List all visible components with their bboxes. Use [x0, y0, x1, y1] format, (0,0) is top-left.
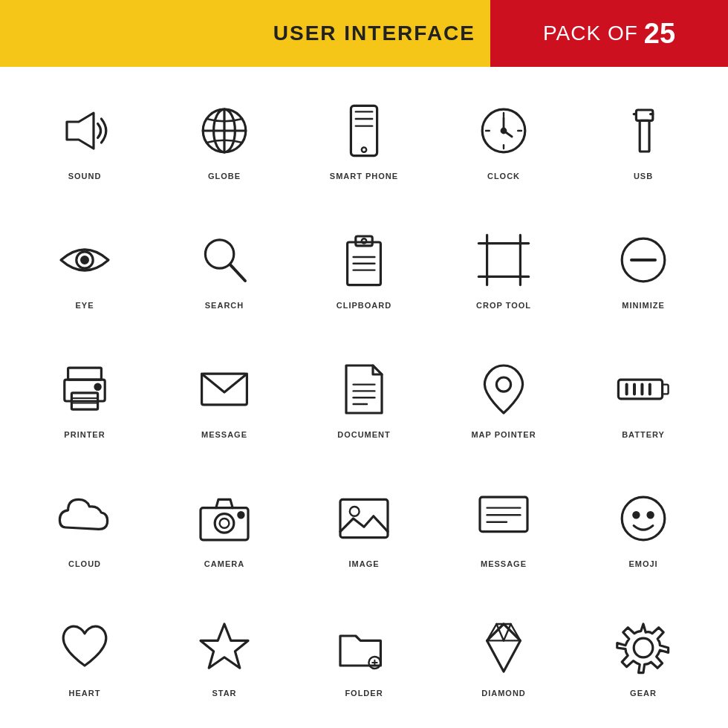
icon-cell-crop: CROP TOOL [434, 204, 573, 333]
icon-cell-cloud: CLOUD [15, 462, 155, 591]
icon-cell-minimize: MINIMIZE [573, 204, 713, 333]
svg-point-64 [238, 513, 243, 517]
sound-icon [51, 97, 118, 164]
gear-icon [610, 614, 677, 681]
document-label: DOCUMENT [337, 430, 391, 439]
svg-point-54 [496, 377, 510, 391]
svg-point-63 [220, 519, 230, 528]
svg-rect-18 [636, 110, 652, 120]
svg-point-62 [215, 514, 234, 533]
image-icon [331, 485, 397, 552]
svg-marker-0 [67, 113, 94, 149]
icon-cell-camera: CAMERA [155, 462, 294, 591]
icon-cell-image: IMAGE [294, 462, 434, 591]
header: USER INTERFACE PACK OF 25 [0, 0, 728, 67]
search-label: SEARCH [205, 301, 244, 310]
icon-cell-printer: PRINTER [15, 333, 155, 462]
svg-point-86 [634, 638, 653, 657]
document-icon [331, 356, 397, 423]
camera-label: CAMERA [204, 559, 244, 568]
svg-rect-55 [618, 380, 662, 399]
svg-point-17 [502, 129, 506, 133]
icon-cell-sound: SOUND [15, 74, 155, 204]
icon-cell-chatmessage: MESSAGE [434, 462, 573, 591]
usb-icon [610, 97, 677, 164]
mappointer-label: MAP POINTER [471, 430, 536, 439]
icon-grid: SOUND GLOBE SMART PHONE [0, 67, 728, 728]
icon-cell-smartphone: SMART PHONE [294, 74, 434, 204]
svg-rect-19 [640, 120, 649, 152]
icon-cell-search: SEARCH [155, 204, 294, 333]
svg-point-71 [622, 497, 665, 540]
minimize-label: MINIMIZE [622, 301, 665, 310]
svg-point-9 [362, 147, 366, 152]
battery-label: BATTERY [622, 430, 665, 439]
icon-cell-star: STAR [155, 591, 294, 721]
icon-cell-document: DOCUMENT [294, 333, 434, 462]
icon-cell-eye: EYE [15, 204, 155, 333]
svg-point-23 [82, 257, 88, 263]
smartphone-icon [331, 97, 397, 164]
header-red-band: PACK OF 25 [490, 0, 728, 67]
svg-rect-27 [356, 236, 372, 246]
crop-label: CROP TOOL [476, 301, 531, 310]
image-label: IMAGE [348, 559, 379, 568]
icon-cell-message: MESSAGE [155, 333, 294, 462]
cloud-label: CLOUD [68, 559, 101, 568]
minimize-icon [610, 227, 677, 293]
icon-cell-gear: GEAR [573, 591, 713, 721]
icon-cell-heart: HEART [15, 591, 155, 721]
header-yellow-band: USER INTERFACE [0, 0, 490, 67]
icon-cell-emoji: EMOJI [573, 462, 713, 591]
icon-cell-clipboard: CLIPBOARD [294, 204, 434, 333]
emoji-label: EMOJI [628, 559, 657, 568]
usb-label: USB [634, 172, 653, 181]
printer-icon [51, 356, 118, 423]
folder-icon [331, 614, 397, 681]
svg-point-66 [350, 507, 360, 516]
crop-icon [470, 227, 537, 293]
eye-icon [51, 227, 118, 293]
sound-label: SOUND [68, 172, 102, 181]
icon-cell-diamond: DIAMOND [434, 591, 573, 721]
heart-icon [51, 614, 118, 681]
svg-rect-43 [68, 368, 102, 380]
camera-icon [191, 485, 258, 552]
icon-cell-mappointer: MAP POINTER [434, 333, 573, 462]
svg-point-48 [95, 385, 100, 389]
icon-cell-clock: CLOCK [434, 74, 573, 204]
emoji-icon [610, 485, 677, 552]
clock-icon [470, 97, 537, 164]
smartphone-label: SMART PHONE [330, 172, 398, 181]
mappointer-icon [470, 356, 537, 423]
diamond-icon [470, 614, 537, 681]
globe-icon [191, 97, 258, 164]
icon-cell-usb: USB [573, 74, 713, 204]
header-title: USER INTERFACE [273, 22, 475, 45]
svg-point-73 [648, 513, 652, 517]
icon-cell-battery: BATTERY [573, 333, 713, 462]
svg-marker-74 [201, 624, 248, 668]
gear-label: GEAR [630, 689, 657, 698]
heart-label: HEART [69, 689, 101, 698]
search-icon [191, 227, 258, 293]
pack-number: 25 [644, 18, 675, 50]
cloud-icon [51, 485, 118, 552]
pack-label: PACK OF [543, 22, 638, 45]
message-icon [191, 356, 258, 423]
message-label: MESSAGE [201, 430, 247, 439]
svg-line-25 [230, 264, 245, 281]
chatmessage-icon [470, 485, 537, 552]
globe-label: GLOBE [208, 172, 241, 181]
clock-label: CLOCK [487, 172, 520, 181]
svg-rect-32 [487, 244, 521, 277]
icon-cell-folder: FOLDER [294, 591, 434, 721]
diamond-label: DIAMOND [481, 689, 526, 698]
folder-label: FOLDER [345, 689, 383, 698]
svg-rect-56 [663, 385, 669, 394]
eye-label: EYE [75, 301, 94, 310]
star-icon [191, 614, 258, 681]
svg-rect-65 [340, 499, 388, 537]
clipboard-icon [331, 227, 397, 293]
clipboard-label: CLIPBOARD [337, 301, 391, 310]
